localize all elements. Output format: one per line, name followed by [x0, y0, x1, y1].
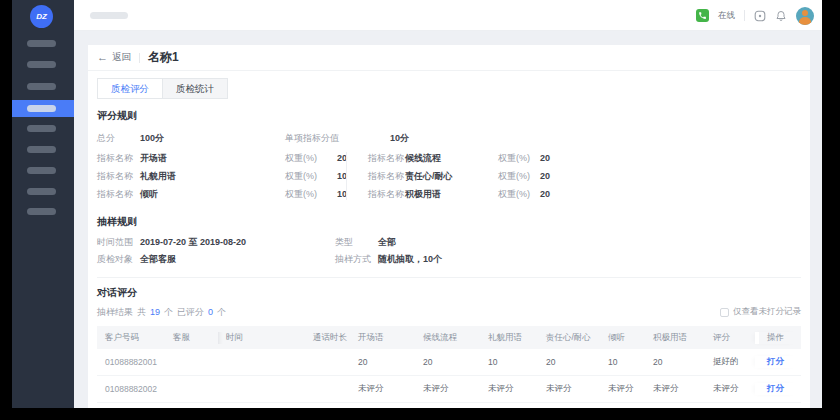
cell-score: 未评分	[538, 383, 600, 395]
table-row: 01088882002 未评分 未评分 未评分 未评分 未评分 未评分 未评分 …	[97, 376, 801, 403]
sidebar-item[interactable]	[27, 40, 56, 47]
indicator-name-label: 指标名称	[368, 152, 405, 165]
col-header-agent: 客服	[165, 332, 218, 344]
sample-result-summary: 抽样结果 共 19 个 已评分 0 个	[97, 306, 226, 319]
topbar-divider	[744, 10, 745, 21]
dialog-summary-row: 抽样结果 共 19 个 已评分 0 个 仅查看未打分记录	[88, 305, 810, 319]
bell-icon[interactable]	[775, 10, 787, 22]
score-button[interactable]: 打分	[767, 356, 784, 366]
cell-score: 10	[480, 357, 538, 367]
scoring-totals-row: 总分 100分 单项指标分值 10分	[97, 131, 801, 145]
sidebar-item[interactable]	[27, 125, 56, 132]
type-value: 全部	[378, 236, 396, 249]
cell-score: 未评分	[600, 383, 645, 395]
indicator-name-label: 指标名称	[368, 170, 405, 183]
cell-score: 20	[645, 357, 705, 367]
tab-quality-scoring[interactable]: 质检评分	[97, 78, 162, 99]
sidebar-item-label-placeholder	[27, 105, 56, 112]
main-card: ← 返回 名称1 质检评分 质检统计 评分规则 总分 100分 单项指标分值 1…	[88, 45, 810, 408]
sidebar-item-active[interactable]	[12, 100, 74, 117]
sidebar-item[interactable]	[27, 188, 56, 195]
table-header-row: 客户号码 客服 时间 通话时长 开场语 候线流程 礼貌用语 责任心/耐心 倾听 …	[97, 326, 801, 349]
sample-result-label: 抽样结果	[97, 306, 133, 319]
back-arrow-icon[interactable]: ←	[97, 52, 108, 63]
weight-label: 权重(%)	[498, 170, 540, 183]
screenshot-frame: DZ 在线	[0, 0, 840, 420]
weight-value: 20	[540, 189, 560, 199]
indicator-name-value: 倾听	[140, 188, 285, 201]
cell-score: 未评分	[415, 383, 480, 395]
phone-status-icon[interactable]	[696, 9, 709, 22]
total-prefix: 共	[137, 306, 146, 319]
cell-phone: 01088882001	[97, 357, 165, 367]
indicator-name-value: 候线流程	[405, 152, 498, 165]
filter-checkbox[interactable]	[720, 308, 729, 317]
weight-label: 权重(%)	[285, 170, 337, 183]
sidebar-item[interactable]	[27, 61, 56, 68]
filter-label: 仅查看未打分记录	[733, 306, 801, 318]
single-indicator-label: 单项指标分值	[285, 132, 390, 145]
breadcrumb-placeholder	[90, 12, 128, 19]
scoring-rules-title: 评分规则	[97, 109, 801, 123]
weight-label: 权重(%)	[285, 152, 337, 165]
app-window: DZ 在线	[12, 0, 822, 408]
cell-action: 打分	[755, 383, 800, 395]
col-header-queue: 候线流程	[415, 332, 480, 344]
total-unit: 个	[164, 306, 173, 319]
time-range-label: 时间范围	[97, 236, 140, 249]
sidebar-item[interactable]	[27, 146, 56, 153]
scored-unit: 个	[217, 306, 226, 319]
weight-label: 权重(%)	[498, 152, 540, 165]
col-header-polite: 礼貌用语	[480, 332, 538, 344]
scored-label: 已评分	[177, 306, 204, 319]
weight-label: 权重(%)	[285, 188, 337, 201]
col-header-action: 操作	[755, 332, 800, 344]
user-avatar[interactable]	[796, 7, 814, 25]
sidebar-item[interactable]	[27, 208, 56, 215]
table-row: 01088882001 20 20 10 20 10 20 挺好的 打分	[97, 349, 801, 376]
col-header-responsibility: 责任心/耐心	[538, 332, 600, 344]
sidebar: DZ	[12, 0, 74, 408]
phone-icon	[698, 11, 707, 20]
page-title: 名称1	[148, 49, 179, 66]
cell-action: 打分	[755, 356, 800, 368]
weight-value: 20	[337, 153, 357, 163]
col-header-phone: 客户号码	[97, 332, 165, 344]
sidebar-item[interactable]	[27, 167, 56, 174]
indicator-rows: 指标名称 开场语 权重(%) 20 指标名称 候线流程 权重(%) 20 指标名…	[88, 149, 810, 203]
indicator-name-value: 积极用语	[405, 188, 498, 201]
col-header-duration: 通话时长	[305, 332, 350, 344]
weight-label: 权重(%)	[498, 188, 540, 201]
cell-score: 未评分	[480, 383, 538, 395]
col-header-opening: 开场语	[350, 332, 415, 344]
score-button[interactable]: 打分	[767, 383, 784, 393]
indicator-name-label: 指标名称	[97, 152, 140, 165]
object-value: 全部客服	[140, 253, 335, 266]
weight-value: 10	[337, 189, 357, 199]
indicator-name-value: 礼貌用语	[140, 170, 285, 183]
sidebar-item[interactable]	[27, 83, 56, 90]
indicator-name-value: 开场语	[140, 152, 285, 165]
total-score-value: 100分	[140, 132, 285, 145]
object-label: 质检对象	[97, 253, 140, 266]
cell-score: 未评分	[350, 383, 415, 395]
cell-rating: 挺好的	[705, 356, 755, 368]
cell-score: 20	[350, 357, 415, 367]
tab-quality-statistics[interactable]: 质检统计	[162, 78, 228, 99]
title-divider	[139, 53, 140, 63]
col-header-positive: 积极用语	[645, 332, 705, 344]
sampling-row: 质检对象 全部客服 抽样方式 随机抽取，10个	[97, 251, 801, 268]
weight-value: 20	[540, 171, 560, 181]
back-button[interactable]: 返回	[112, 51, 131, 64]
sampling-rules-title: 抽样规则	[97, 215, 801, 229]
topbar: 在线	[74, 0, 822, 31]
scored-count: 0	[208, 307, 213, 317]
tab-bar: 质检评分 质检统计	[97, 78, 228, 99]
single-indicator-value: 10分	[390, 132, 409, 145]
col-header-score: 评分	[705, 332, 755, 344]
help-icon[interactable]	[754, 10, 766, 22]
section-divider	[97, 277, 801, 278]
sampling-rows: 时间范围 2019-07-20 至 2019-08-20 类型 全部 质检对象 …	[88, 234, 810, 268]
indicator-column-divider	[346, 152, 347, 200]
filter-unscored-toggle[interactable]: 仅查看未打分记录	[720, 306, 801, 318]
